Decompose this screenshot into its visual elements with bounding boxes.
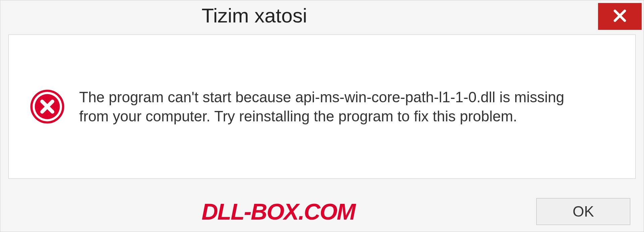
ok-button[interactable]: OK bbox=[536, 198, 630, 225]
error-message: The program can't start because api-ms-w… bbox=[79, 88, 589, 126]
title-bar: Tizim xatosi bbox=[0, 0, 644, 31]
dialog-footer: DLL-BOX.COM OK bbox=[0, 198, 644, 225]
watermark-text: DLL-BOX.COM bbox=[202, 198, 355, 225]
error-icon bbox=[29, 88, 66, 125]
close-icon bbox=[612, 8, 627, 24]
close-button[interactable] bbox=[598, 3, 642, 30]
error-dialog: Tizim xatosi The program can't start bec… bbox=[0, 0, 644, 232]
dialog-title: Tizim xatosi bbox=[202, 4, 307, 27]
content-panel: The program can't start because api-ms-w… bbox=[8, 35, 636, 179]
